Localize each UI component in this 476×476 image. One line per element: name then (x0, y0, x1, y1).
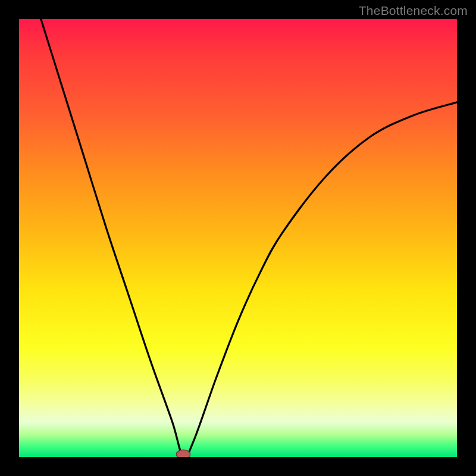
bottleneck-curve (19, 19, 457, 457)
plot-area (19, 19, 457, 457)
chart-frame: TheBottleneck.com (0, 0, 476, 476)
watermark-text: TheBottleneck.com (359, 4, 468, 18)
minimum-marker (176, 450, 190, 457)
curve-path (41, 19, 457, 457)
